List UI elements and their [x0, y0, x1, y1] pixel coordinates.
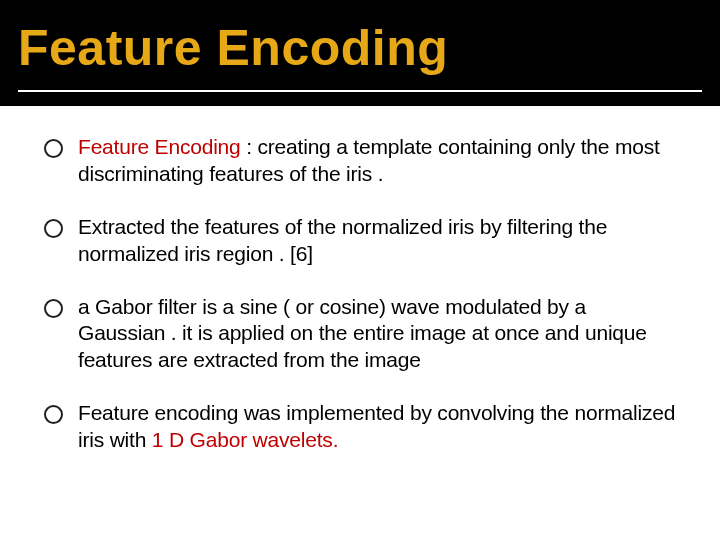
bullet-text: a Gabor filter is a sine ( or cosine) wa… — [78, 295, 647, 372]
slide-title: Feature Encoding — [18, 22, 702, 75]
bullet-text: Extracted the features of the normalized… — [78, 215, 607, 265]
bullet-item: Feature encoding was implemented by conv… — [44, 400, 676, 454]
slide-header: Feature Encoding — [0, 0, 720, 106]
bullet-accent: Feature Encoding — [78, 135, 241, 158]
header-divider — [18, 90, 702, 92]
bullet-list: Feature Encoding : creating a template c… — [44, 134, 676, 454]
bullet-item: Feature Encoding : creating a template c… — [44, 134, 676, 188]
bullet-item: a Gabor filter is a sine ( or cosine) wa… — [44, 294, 676, 375]
bullet-accent: 1 D Gabor wavelets. — [152, 428, 338, 451]
bullet-item: Extracted the features of the normalized… — [44, 214, 676, 268]
slide-body: Feature Encoding : creating a template c… — [0, 106, 720, 454]
